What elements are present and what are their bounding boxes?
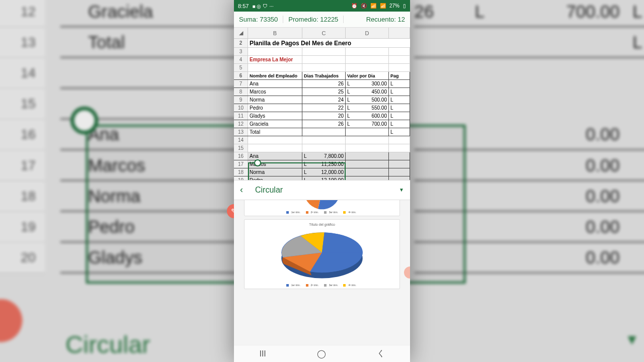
summary-name[interactable]: Ana	[248, 152, 302, 160]
company-name[interactable]: Empresa La Mejor	[248, 56, 302, 63]
partial-fab-icon	[404, 266, 410, 279]
total-label[interactable]: Total	[248, 128, 302, 136]
stat-count: Recuento: 12	[361, 16, 410, 23]
chart-legend: 1er trim. 2º trim. 3er trim. 4º trim.	[247, 211, 397, 214]
bg-chart-label: Circular	[65, 330, 150, 358]
col-header-d[interactable]: D	[346, 28, 389, 38]
chart-dropdown-icon[interactable]: ▼	[399, 187, 404, 193]
header-rate[interactable]: Valor por Dia	[346, 72, 389, 79]
status-right-icons: ⏰🔇📶📶 27%▯	[350, 3, 406, 9]
stat-sum: Suma: 73350	[234, 16, 283, 23]
selection-stats-bar: Suma: 73350 Promedio: 12225 Recuento: 12	[234, 12, 410, 28]
chart-legend-3d: 1er trim. 2º trim. 3er trim. 4º trim.	[247, 284, 397, 287]
spreadsheet-body[interactable]: 2Planilla de Pagos Del Mes de Enero 3 4E…	[234, 39, 410, 180]
col-header-b[interactable]: B	[248, 28, 302, 38]
nav-recents-button[interactable]: III	[259, 349, 266, 358]
chart-style-flat-pie[interactable]: 1er trim. 2º trim. 3er trim. 4º trim.	[244, 200, 400, 216]
bg-dropdown-icon: ▼	[625, 332, 639, 348]
sheet-title[interactable]: Planilla de Pagos Del Mes de Enero	[248, 39, 410, 47]
chart-type-label[interactable]: Circular	[255, 186, 399, 195]
bg-selection-handle	[70, 107, 98, 134]
chart-style-3d-pie[interactable]: Título del gráfico 1er trim. 2º trim. 3e…	[244, 219, 400, 289]
col-header-e[interactable]	[389, 28, 410, 38]
chart-preview-area[interactable]: 1er trim. 2º trim. 3er trim. 4º trim. Tí…	[234, 200, 410, 345]
status-time: 8:57	[238, 3, 249, 9]
stat-average: Promedio: 12225	[283, 16, 344, 23]
column-headers: ◢ B C D	[234, 28, 410, 39]
nav-back-button[interactable]: く	[377, 348, 385, 359]
col-header-c[interactable]: C	[302, 28, 346, 38]
bg-row-header: 12	[0, 0, 45, 27]
bg-fab	[0, 299, 22, 342]
select-all-corner[interactable]: ◢	[234, 28, 248, 38]
chart-sample-title: Título del gráfico	[247, 223, 397, 226]
header-name[interactable]: Nombre del Empleado	[248, 72, 302, 79]
chart-back-button[interactable]: ‹	[240, 185, 243, 195]
nav-home-button[interactable]: ◯	[317, 349, 326, 358]
status-battery: 27%	[389, 3, 399, 9]
header-days[interactable]: Dias Trabajados	[302, 72, 346, 79]
phone-screen: 8:57 ■◎⛉··· ⏰🔇📶📶 27%▯ Suma: 73350 Promed…	[234, 0, 410, 362]
chart-type-bar: ‹ Circular ▼	[234, 180, 410, 200]
emp-name[interactable]: Ana	[248, 80, 302, 87]
header-pay[interactable]: Pag	[389, 72, 410, 79]
status-left-icons: ■◎⛉···	[251, 3, 273, 9]
android-navbar: III ◯ く	[234, 345, 410, 362]
android-statusbar: 8:57 ■◎⛉··· ⏰🔇📶📶 27%▯	[234, 0, 410, 12]
